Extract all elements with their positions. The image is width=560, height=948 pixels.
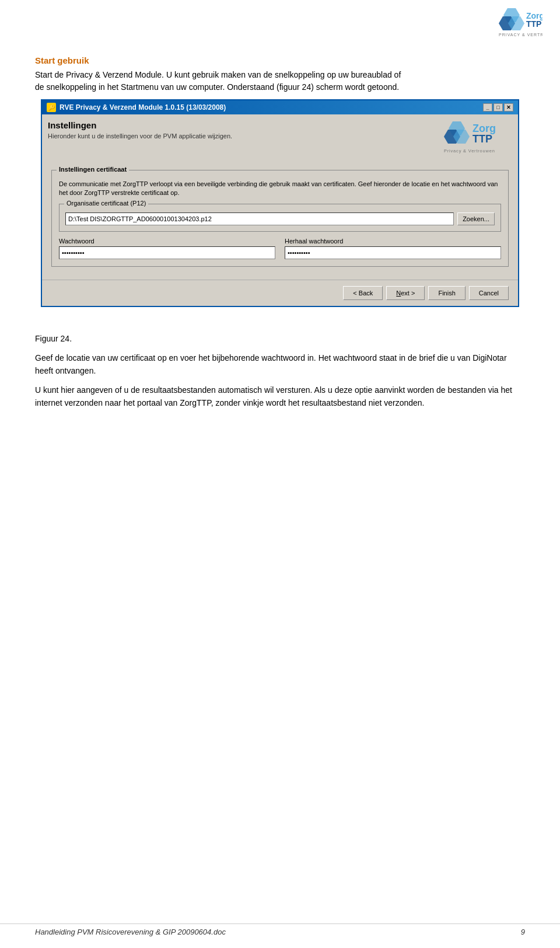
dialog-footer: < Back Next > Finish Cancel bbox=[42, 280, 518, 306]
dialog-title: RVE Privacy & Verzend Module 1.0.15 (13/… bbox=[60, 103, 226, 111]
dialog-heading: Instellingen bbox=[48, 120, 413, 130]
footer-left: Handleiding PVM Risicoverevening & GIP 2… bbox=[35, 928, 226, 936]
page-footer: Handleiding PVM Risicoverevening & GIP 2… bbox=[0, 923, 560, 936]
dialog-left: Instellingen Hieronder kunt u de instell… bbox=[48, 120, 413, 158]
repeat-password-label: Herhaal wachtwoord bbox=[285, 238, 501, 245]
org-cert-legend: Organisatie certificaat (P12) bbox=[64, 200, 148, 207]
intro-text: Start de Privacy & Verzend Module. U kun… bbox=[35, 69, 525, 93]
svg-text:PRIVACY & VERTROUWEN: PRIVACY & VERTROUWEN bbox=[499, 33, 542, 37]
file-path-input[interactable] bbox=[65, 212, 454, 225]
dialog-logo: Zorg TTP Privacy & Vertrouwen bbox=[442, 120, 512, 158]
maximize-button[interactable]: □ bbox=[494, 103, 503, 111]
page-header: Zorg TTP PRIVACY & VERTROUWEN bbox=[0, 0, 560, 44]
cancel-button[interactable]: Cancel bbox=[469, 286, 509, 300]
body-text-2: U kunt hier aangeven of u de resultaatsb… bbox=[0, 384, 560, 410]
dialog-window: 🔑 RVE Privacy & Verzend Module 1.0.15 (1… bbox=[41, 99, 519, 307]
svg-text:TTP: TTP bbox=[526, 19, 541, 29]
section-title: Start gebruik bbox=[35, 55, 525, 65]
svg-text:TTP: TTP bbox=[473, 133, 492, 145]
password-input[interactable] bbox=[59, 246, 275, 259]
back-button[interactable]: < Back bbox=[343, 286, 383, 300]
dialog-right: Zorg TTP Privacy & Vertrouwen bbox=[419, 120, 512, 158]
next-button[interactable]: Next > bbox=[386, 286, 425, 300]
file-path-row: Zoeken... bbox=[65, 212, 495, 225]
svg-text:Zorg: Zorg bbox=[473, 123, 496, 134]
figure-caption: Figuur 24. bbox=[0, 334, 560, 343]
dialog-content-area: Instellingen certificaat De communicatie… bbox=[42, 164, 518, 280]
cert-group-box: Instellingen certificaat De communicatie… bbox=[51, 170, 509, 267]
titlebar-icon: 🔑 bbox=[47, 103, 56, 112]
password-row: Wachtwoord Herhaal wachtwoord bbox=[59, 238, 501, 259]
dialog-titlebar: 🔑 RVE Privacy & Verzend Module 1.0.15 (1… bbox=[42, 100, 518, 114]
zoeken-button[interactable]: Zoeken... bbox=[457, 212, 495, 225]
password-label: Wachtwoord bbox=[59, 238, 275, 245]
main-content: Start gebruik Start de Privacy & Verzend… bbox=[0, 44, 560, 334]
next-label: Next > bbox=[396, 290, 415, 297]
zorgttp-logo: Zorg TTP PRIVACY & VERTROUWEN bbox=[490, 6, 542, 38]
dialog-subtext: Hieronder kunt u de instellingen voor de… bbox=[48, 133, 413, 140]
repeat-password-input[interactable] bbox=[285, 246, 501, 259]
minimize-button[interactable]: _ bbox=[483, 103, 492, 111]
svg-text:Privacy & Vertrouwen: Privacy & Vertrouwen bbox=[444, 148, 495, 154]
body-text-1: Geef de locatie van uw certificaat op en… bbox=[0, 351, 560, 378]
dialog-top-body: Instellingen Hieronder kunt u de instell… bbox=[42, 114, 518, 164]
titlebar-controls[interactable]: _ □ ✕ bbox=[483, 103, 513, 111]
cert-group-text: De communicatie met ZorgTTP verloopt via… bbox=[59, 180, 501, 198]
finish-button[interactable]: Finish bbox=[428, 286, 465, 300]
repeat-password-field: Herhaal wachtwoord bbox=[285, 238, 501, 259]
close-button[interactable]: ✕ bbox=[504, 103, 513, 111]
logo-svg: Zorg TTP PRIVACY & VERTROUWEN bbox=[490, 6, 542, 38]
password-field: Wachtwoord bbox=[59, 238, 275, 259]
org-cert-group: Organisatie certificaat (P12) Zoeken... bbox=[59, 204, 501, 232]
footer-right: 9 bbox=[521, 928, 525, 936]
cert-group-legend: Instellingen certificaat bbox=[57, 166, 129, 173]
titlebar-left: 🔑 RVE Privacy & Verzend Module 1.0.15 (1… bbox=[47, 103, 226, 112]
dialog-logo-svg: Zorg TTP Privacy & Vertrouwen bbox=[442, 120, 512, 158]
